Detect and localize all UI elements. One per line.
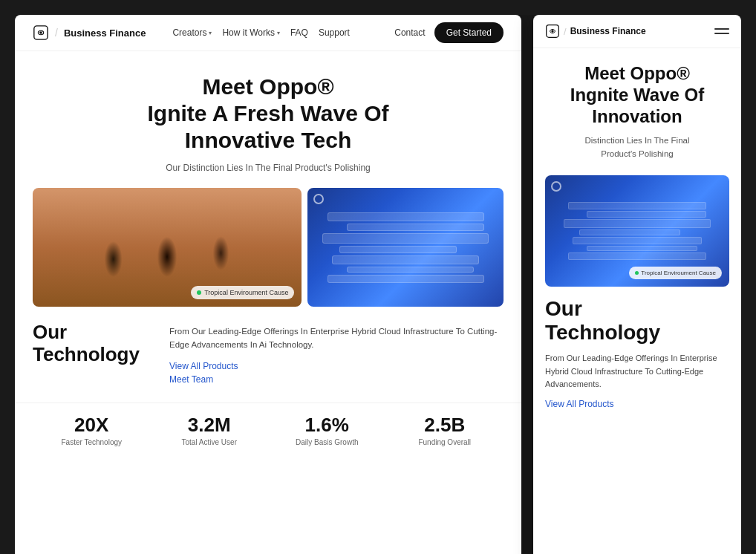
step-2 — [347, 224, 484, 231]
step-1 — [328, 212, 484, 221]
step-3 — [322, 233, 489, 244]
desktop-nav: / Business Finance Creators ▾ How it Wor… — [15, 15, 521, 51]
tech-heading: Our Technology — [33, 322, 151, 388]
desktop-stats: 20X Faster Technology 3.2M Total Active … — [15, 403, 521, 446]
mobile-logo-icon — [545, 24, 560, 39]
mobile-logo-text: Business Finance — [570, 26, 646, 36]
chevron-down-icon: ▾ — [209, 30, 212, 36]
desktop-hero: Meet Oppo® Ignite A Fresh Wave Of Innova… — [15, 51, 521, 188]
view-all-products-link[interactable]: View All Products — [169, 361, 504, 371]
stat-label-faster: Faster Technology — [33, 438, 151, 446]
stat-faster-technology: 20X Faster Technology — [33, 414, 151, 446]
stat-label-users: Total Active User — [151, 438, 269, 446]
mobile-tech-heading: Our Technology — [545, 297, 729, 345]
desktop-nav-actions: Contact Get Started — [394, 22, 504, 43]
nav-creators[interactable]: Creators ▾ — [172, 27, 212, 38]
mobile-view-products-link[interactable]: View All Products — [545, 399, 729, 409]
stat-label-growth: Daily Basis Growth — [268, 438, 386, 446]
hamburger-line-1 — [714, 28, 729, 30]
step-5 — [332, 255, 479, 264]
mobile-badge-dot — [635, 271, 639, 275]
nav-support[interactable]: Support — [319, 27, 350, 38]
tech-content: From Our Leading-Edge Offerings In Enter… — [169, 322, 504, 388]
desktop-tech-section: Our Technology From Our Leading-Edge Off… — [15, 322, 521, 388]
mobile-tech-section: Our Technology From Our Leading-Edge Off… — [533, 297, 741, 418]
stat-total-users: 3.2M Total Active User — [151, 414, 269, 446]
nav-how-it-works[interactable]: How it Works ▾ — [222, 27, 279, 38]
desktop-images: Tropical Enviroument Cause — [15, 188, 521, 307]
hamburger-menu[interactable] — [714, 28, 729, 34]
stat-value-2-5b: 2.5B — [386, 414, 504, 437]
mobile-nav: / Business Finance — [533, 15, 741, 48]
mobile-screen: / Business Finance Meet Oppo® Ingnite Wa… — [533, 15, 741, 554]
stat-daily-growth: 1.6% Daily Basis Growth — [268, 414, 386, 446]
step-7 — [328, 275, 484, 283]
stat-value-1-6: 1.6% — [268, 414, 386, 437]
step-4 — [339, 246, 457, 253]
desktop-screen: / Business Finance Creators ▾ How it Wor… — [15, 15, 521, 554]
stat-value-3-2m: 3.2M — [151, 414, 269, 437]
mobile-tech-description: From Our Leading-Edge Offerings In Enter… — [545, 352, 729, 391]
nav-contact[interactable]: Contact — [394, 27, 425, 38]
mobile-step-5 — [573, 237, 702, 244]
mobile-step-7 — [568, 252, 706, 260]
logo-divider: / — [55, 27, 58, 39]
desktop-logo-text: Business Finance — [64, 27, 146, 39]
step-6 — [347, 267, 474, 273]
mobile-subtitle: Distinction Lies In The Final Product's … — [545, 134, 729, 160]
mobile-watermark-icon — [551, 181, 561, 192]
desktop-headline: Meet Oppo® Ignite A Fresh Wave Of Innova… — [33, 74, 504, 154]
desktop-logo: / Business Finance — [33, 25, 146, 41]
desktop-image-right — [307, 188, 504, 307]
svg-point-3 — [551, 30, 553, 32]
mobile-hero: Meet Oppo® Ingnite Wave Of Innovation Di… — [533, 48, 741, 169]
blue-steps-visual — [307, 188, 504, 307]
mobile-headline: Meet Oppo® Ingnite Wave Of Innovation — [545, 63, 729, 127]
mobile-step-4 — [579, 229, 680, 235]
tech-description: From Our Leading-Edge Offerings In Enter… — [169, 325, 504, 352]
left-image-badge: Tropical Enviroument Cause — [191, 286, 294, 299]
mobile-logo: / Business Finance — [545, 24, 714, 39]
stat-label-funding: Funding Overall — [386, 438, 504, 446]
meet-team-link[interactable]: Meet Team — [169, 374, 504, 385]
svg-point-1 — [39, 31, 42, 34]
stat-value-20x: 20X — [33, 414, 151, 437]
desktop-nav-links: Creators ▾ How it Works ▾ FAQ Support — [172, 27, 382, 38]
screens-container: / Business Finance Creators ▾ How it Wor… — [15, 15, 741, 554]
logo-icon — [33, 25, 49, 41]
mobile-step-2 — [587, 211, 706, 218]
get-started-button[interactable]: Get Started — [434, 22, 504, 43]
mobile-image-badge: Tropical Enviroument Cause — [629, 267, 722, 279]
mobile-step-6 — [587, 246, 697, 251]
desktop-image-left: Tropical Enviroument Cause — [33, 188, 302, 307]
badge-dot — [197, 290, 201, 295]
stat-funding: 2.5B Funding Overall — [386, 414, 504, 446]
desktop-subtitle: Our Distinction Lies In The Final Produc… — [33, 163, 504, 173]
tech-heading-text: Our Technology — [33, 322, 151, 366]
hamburger-line-2 — [714, 33, 729, 34]
nav-faq[interactable]: FAQ — [290, 27, 308, 38]
mobile-hero-image: Tropical Enviroument Cause — [545, 175, 729, 287]
mobile-step-1 — [568, 202, 706, 209]
chevron-down-icon: ▾ — [277, 30, 280, 36]
mobile-step-3 — [564, 219, 711, 228]
mobile-divider: / — [564, 26, 567, 37]
